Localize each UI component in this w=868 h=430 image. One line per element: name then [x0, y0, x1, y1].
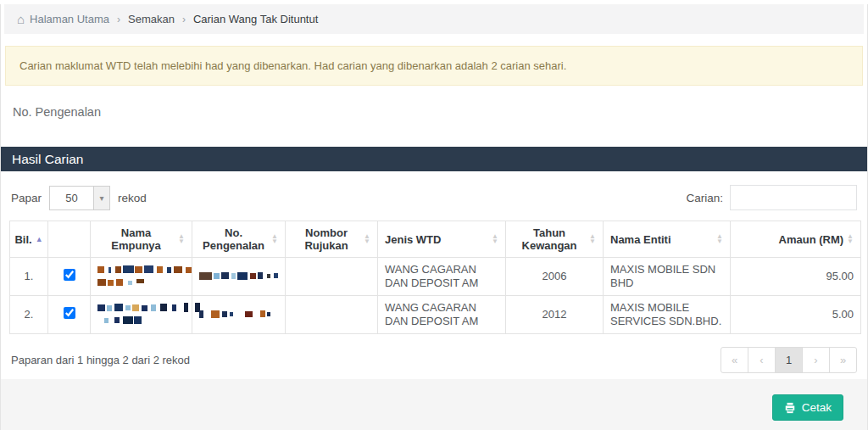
- cell-no-pengenalan: [192, 258, 286, 296]
- search-label: Carian:: [686, 192, 723, 204]
- page-size-value: 50: [50, 187, 93, 209]
- header-nama-entiti[interactable]: Nama Entiti ▲▼: [604, 221, 731, 258]
- sort-icon: ▲▼: [364, 234, 370, 244]
- records-label: rekod: [118, 192, 147, 204]
- sort-asc-icon: ▲: [36, 236, 43, 243]
- breadcrumb-separator: ›: [117, 14, 120, 25]
- page: ⌂ Halaman Utama › Semakan › Carian Wang …: [0, 4, 868, 430]
- table-controls: Papar 50 ▾ rekod Carian:: [11, 185, 857, 210]
- sort-icon: ▲▼: [271, 234, 278, 244]
- search-control: Carian:: [686, 185, 857, 210]
- row-select-checkbox[interactable]: [64, 269, 75, 281]
- redacted-id-number: [199, 271, 281, 282]
- breadcrumb-current: Carian Wang Tak Dituntut: [193, 13, 318, 25]
- breadcrumb-home-link[interactable]: ⌂ Halaman Utama: [17, 13, 109, 25]
- print-button[interactable]: Cetak: [772, 394, 843, 421]
- sort-icon: ▲▼: [716, 234, 723, 244]
- page-length-control: Papar 50 ▾ rekod: [11, 186, 147, 210]
- cell-no-pengenalan: [192, 296, 286, 334]
- pagination-first-button[interactable]: «: [721, 347, 748, 373]
- cell-nama-entiti: MAXIS MOBILE SERVICES SDN.BHD.: [604, 296, 731, 334]
- id-number-label: No. Pengenalan: [13, 105, 867, 119]
- panel-body: Papar 50 ▾ rekod Carian:: [1, 171, 867, 373]
- header-no-pengenalan[interactable]: No. Pengenalan ▲▼: [192, 221, 286, 258]
- cell-tahun-kewangan: 2006: [506, 258, 604, 296]
- pagination-next-button[interactable]: ›: [802, 347, 830, 373]
- cell-bil: 2.: [10, 296, 48, 334]
- cell-amaun: 5.00: [731, 296, 861, 334]
- panel-title: Hasil Carian: [1, 147, 867, 171]
- table-header-row: Bil. ▲ Nama Empunya ▲▼ No. Pengenalan ▲▼: [10, 221, 861, 258]
- header-bil[interactable]: Bil. ▲: [10, 221, 48, 258]
- home-icon: ⌂: [17, 13, 25, 25]
- cell-nama-empunya: [91, 296, 192, 334]
- cell-amaun: 95.00: [731, 258, 861, 296]
- cell-nombor-rujukan: [286, 258, 378, 296]
- sort-icon: ▲▼: [589, 234, 596, 244]
- header-jenis-wtd[interactable]: Jenis WTD ▲▼: [378, 221, 506, 258]
- breadcrumb: ⌂ Halaman Utama › Semakan › Carian Wang …: [4, 4, 864, 34]
- footer-band: Cetak: [1, 379, 867, 430]
- header-nombor-rujukan[interactable]: Nombor Rujukan ▲▼: [286, 221, 378, 258]
- printer-icon: [784, 402, 796, 414]
- cell-jenis-wtd: WANG CAGARAN DAN DEPOSIT AM: [378, 258, 506, 296]
- pagination: « ‹ 1 › »: [721, 347, 857, 373]
- table-row: 2.: [10, 296, 861, 334]
- cell-jenis-wtd: WANG CAGARAN DAN DEPOSIT AM: [378, 296, 506, 334]
- table-row: 1.: [10, 258, 861, 296]
- breadcrumb-item-semakan[interactable]: Semakan: [128, 13, 175, 25]
- search-input[interactable]: [730, 185, 857, 210]
- header-nama-empunya[interactable]: Nama Empunya ▲▼: [91, 221, 192, 258]
- cell-nama-empunya: [91, 258, 192, 296]
- header-checkbox: [48, 221, 91, 258]
- pagination-prev-button[interactable]: ‹: [748, 347, 776, 373]
- sort-icon: ▲▼: [178, 234, 185, 244]
- results-panel: Hasil Carian Papar 50 ▾ rekod Carian:: [1, 147, 867, 373]
- cell-bil: 1.: [10, 258, 48, 296]
- table-footer: Paparan dari 1 hingga 2 dari 2 rekod « ‹…: [11, 347, 857, 373]
- pagination-info: Paparan dari 1 hingga 2 dari 2 rekod: [11, 354, 190, 366]
- cell-tahun-kewangan: 2012: [506, 296, 604, 334]
- chevron-down-icon: ▾: [93, 187, 109, 209]
- row-select-checkbox[interactable]: [64, 307, 75, 319]
- cell-nombor-rujukan: [286, 296, 378, 334]
- pagination-last-button[interactable]: »: [829, 347, 857, 373]
- breadcrumb-separator: ›: [182, 14, 186, 25]
- redacted-owner-name: [97, 265, 196, 288]
- cell-nama-entiti: MAXIS MOBILE SDN BHD: [604, 258, 731, 296]
- redacted-id-number: [199, 309, 286, 321]
- print-button-label: Cetak: [802, 401, 832, 414]
- results-table: Bil. ▲ Nama Empunya ▲▼ No. Pengenalan ▲▼: [9, 221, 861, 334]
- cell-checkbox: [48, 258, 91, 296]
- pagination-page-1-button[interactable]: 1: [775, 347, 803, 373]
- page-size-select[interactable]: 50 ▾: [49, 186, 110, 210]
- sort-icon: ▲▼: [847, 234, 854, 244]
- cell-checkbox: [48, 296, 91, 334]
- breadcrumb-home-label: Halaman Utama: [30, 13, 109, 25]
- limit-warning-alert: Carian maklumat WTD telah melebihi had y…: [5, 46, 863, 86]
- show-label: Papar: [11, 192, 42, 204]
- alert-message: Carian maklumat WTD telah melebihi had y…: [19, 59, 566, 72]
- header-tahun-kewangan[interactable]: Tahun Kewangan ▲▼: [506, 221, 604, 258]
- header-amaun[interactable]: Amaun (RM) ▲▼: [731, 221, 861, 258]
- sort-icon: ▲▼: [492, 234, 498, 244]
